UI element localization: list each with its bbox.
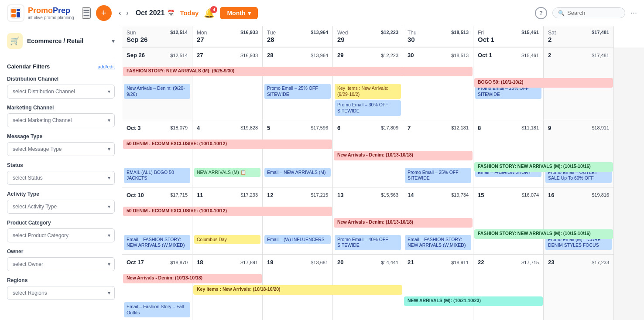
select-activity-type[interactable]: select Activity Type bbox=[7, 200, 115, 214]
span-bar-event[interactable]: 50 DENIM - ECOMM EXCLUSIVE: (10/10-10/12… bbox=[123, 140, 332, 149]
span-bar-event[interactable]: FASHION STORY: NEW ARRIVALS (M): (9/25-9… bbox=[123, 67, 473, 76]
calendar-event[interactable]: Promo Email – 25% OFF SITEWIDE bbox=[405, 168, 471, 183]
cell-amount: $17,809 bbox=[381, 125, 398, 130]
add-button[interactable]: + bbox=[96, 5, 112, 21]
today-button[interactable]: Today bbox=[180, 9, 199, 17]
calendar-event[interactable]: Email – FASHION STORY: NEW ARRIVALS (W,M… bbox=[124, 235, 190, 250]
day-number: 28 bbox=[267, 36, 328, 43]
filter-label-status: Status bbox=[7, 162, 115, 168]
cell-date-header: 28 $13,964 bbox=[264, 50, 331, 61]
span-bar-event[interactable]: New Arrivals - Denim: (10/13-10/18) bbox=[334, 151, 473, 160]
cell-date-header: 5 $17,596 bbox=[264, 123, 331, 134]
cell-date: Oct 1 bbox=[478, 52, 492, 58]
select-product-category[interactable]: select Product Category bbox=[7, 228, 115, 242]
select-status[interactable]: select Status bbox=[7, 171, 115, 185]
span-bar-event[interactable]: New Arrivals - Denim: (10/13-10/18) bbox=[123, 274, 262, 283]
day-header-amount: $17,481 bbox=[592, 30, 609, 35]
select-wrapper-message-type: select Message Type bbox=[7, 142, 115, 156]
day-name: Mon bbox=[197, 30, 207, 36]
day-header: Sat $17,481 2 bbox=[544, 26, 614, 48]
current-month: Oct 2021 📅 bbox=[136, 9, 175, 17]
day-number: Oct 1 bbox=[478, 36, 539, 43]
select-wrapper-distribution-channel: select Distribution Channel bbox=[7, 85, 115, 99]
cell-date: 14 bbox=[408, 192, 414, 198]
calendar-event[interactable]: Email – Fashion Story – Fall Outfits bbox=[124, 302, 190, 317]
cell-amount: $17,715 bbox=[521, 260, 539, 265]
more-options-button[interactable]: ··· bbox=[630, 8, 637, 17]
day-cell-w2-d0: Oct 10 $17,715 Email – FASHION STORY: NE… bbox=[122, 187, 192, 255]
add-edit-link[interactable]: add/edit bbox=[98, 64, 115, 69]
select-regions[interactable]: select Regions bbox=[7, 286, 115, 300]
search-input[interactable] bbox=[567, 10, 620, 16]
select-message-type[interactable]: select Message Type bbox=[7, 142, 115, 156]
help-button[interactable]: ? bbox=[535, 7, 547, 19]
week-row-1: Oct 3 $18,079 EMAIL (ALL) BOGO 50 JACKET… bbox=[122, 120, 644, 187]
filter-label-marketing-channel: Marketing Channel bbox=[7, 105, 115, 111]
main-layout: 🛒 Ecommerce / Retail ▾ Calendar Filters … bbox=[0, 26, 644, 320]
notifications[interactable]: 🔔 4 bbox=[204, 8, 215, 18]
cell-date: 23 bbox=[548, 259, 554, 266]
cell-amount: $16,074 bbox=[521, 192, 539, 197]
calendar-event[interactable]: EMAIL (ALL) BOGO 50 JACKETS bbox=[124, 168, 190, 183]
cell-amount: $18,911 bbox=[451, 260, 469, 265]
select-wrapper-regions: select Regions bbox=[7, 286, 115, 300]
day-cell-w1-d6: 9 $18,911 Promo Email – OUTLET SALE Up T… bbox=[544, 120, 614, 187]
calendar-event[interactable]: Email – FASHION STORY: NEW ARRIVALS (W,M… bbox=[405, 235, 471, 250]
calendar-event[interactable]: New Arrivals – Denim: (9/20-9/26) bbox=[124, 84, 190, 99]
span-bar-event[interactable]: NEW ARRIVALS (M): (10/21-10/23) bbox=[404, 296, 543, 306]
calendar-event[interactable]: Email – (W) INFLUENCERS bbox=[264, 235, 331, 245]
cell-amount: $16,933 bbox=[240, 53, 258, 58]
day-header: Sun $12,514 Sep 26 bbox=[122, 26, 192, 48]
prev-month-button[interactable]: ‹ bbox=[117, 7, 123, 19]
org-name: Ecommerce / Retail bbox=[27, 37, 83, 44]
calendar-event[interactable]: Email – NEW ARRIVALS (M) bbox=[264, 168, 331, 177]
filter-group-status: Status select Status bbox=[7, 162, 115, 185]
cell-date: 15 bbox=[478, 192, 484, 198]
calendar-event[interactable]: Key Items : New Arrivals: (9/29-10/2) bbox=[335, 84, 401, 99]
span-bar-space bbox=[124, 134, 190, 168]
cell-date: 27 bbox=[197, 52, 203, 58]
select-distribution-channel[interactable]: select Distribution Channel bbox=[7, 85, 115, 99]
select-wrapper-product-category: select Product Category bbox=[7, 228, 115, 242]
filter-groups: Distribution Channel select Distribution… bbox=[7, 76, 115, 300]
calendar-event[interactable]: Promo Email – 25% OFF SITEWIDE bbox=[264, 84, 331, 99]
next-month-button[interactable]: › bbox=[124, 7, 130, 19]
cell-date: Sep 26 bbox=[127, 52, 145, 58]
cell-date-header: Oct 1 $15,461 bbox=[475, 50, 541, 61]
cell-date-header: 16 $19,816 bbox=[545, 190, 612, 201]
span-bar-event[interactable]: FASHION STORY: NEW ARRIVALS (M): (10/15-… bbox=[474, 162, 613, 172]
svg-rect-3 bbox=[17, 9, 20, 11]
span-bar-event[interactable]: FASHION STORY: NEW ARRIVALS (M): (10/15-… bbox=[474, 229, 613, 239]
span-bar-event[interactable]: BOGO 50: (10/1-10/2) bbox=[474, 78, 613, 88]
filters-title: Calendar Filters bbox=[7, 63, 50, 70]
hamburger-menu[interactable]: ☰ bbox=[82, 7, 91, 19]
day-header-top: Thu $18,513 bbox=[408, 30, 469, 36]
select-wrapper-owner: select Owner bbox=[7, 257, 115, 271]
filter-group-activity-type: Activity Type select Activity Type bbox=[7, 191, 115, 214]
calendar-event[interactable]: Promo Email – 40% OFF SITEWIDE bbox=[335, 235, 401, 250]
logo-area: PromoPrep intuitive promo planning bbox=[7, 4, 77, 22]
span-bar-event[interactable]: 50 DENIM - ECOMM EXCLUSIVE: (10/10-10/12… bbox=[123, 207, 332, 216]
calendar-event[interactable]: NEW ARRIVALS (M) 📋 bbox=[194, 168, 260, 177]
cell-amount: $12,181 bbox=[451, 125, 469, 130]
calendar-event[interactable]: Promo Email – 30% OFF SITEWIDE bbox=[335, 100, 401, 116]
day-number: 2 bbox=[548, 36, 609, 43]
day-header-top: Sun $12,514 bbox=[127, 30, 188, 36]
select-marketing-channel[interactable]: select Marketing Channel bbox=[7, 113, 115, 127]
span-bar-space bbox=[545, 268, 612, 302]
day-header-top: Sat $17,481 bbox=[548, 30, 609, 36]
calendar-area[interactable]: Sun $12,514 Sep 26 Mon $16,933 27 Tue $1… bbox=[122, 26, 644, 320]
cell-date: 8 bbox=[478, 125, 481, 131]
span-bar-event[interactable]: Key Items : New Arrivals: (10/18-10/20) bbox=[193, 285, 402, 295]
view-mode-button[interactable]: Month ▾ bbox=[220, 7, 258, 19]
month-label: Month bbox=[227, 10, 245, 17]
org-chevron-icon[interactable]: ▾ bbox=[112, 37, 115, 44]
cell-date: 5 bbox=[267, 125, 270, 131]
cell-date: 6 bbox=[337, 125, 340, 131]
cell-amount: $17,481 bbox=[592, 53, 609, 58]
svg-rect-4 bbox=[17, 12, 20, 17]
calendar-event[interactable]: Columbus Day bbox=[194, 235, 260, 245]
span-bar-event[interactable]: New Arrivals - Denim: (10/13-10/18) bbox=[334, 218, 473, 228]
select-owner[interactable]: select Owner bbox=[7, 257, 115, 271]
day-name: Thu bbox=[408, 30, 417, 36]
